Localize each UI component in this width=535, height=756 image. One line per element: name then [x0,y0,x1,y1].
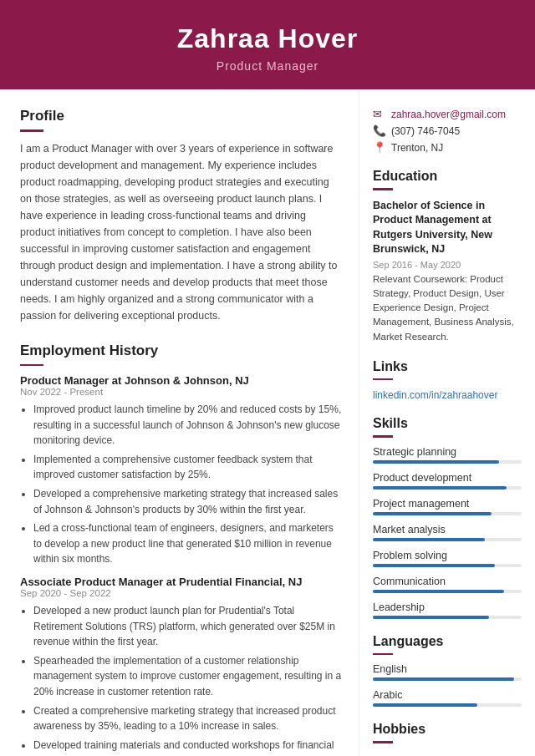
left-column: Profile I am a Product Manager with over… [0,89,359,756]
skill-name-0: Strategic planning [373,446,522,458]
job-1-bullet-3: Developed a comprehensive marketing stra… [33,486,342,517]
skill-bar-bg-0 [373,460,522,464]
job-1: Product Manager at Johnson & Johnson, NJ… [20,374,342,567]
lang-name-0: English [373,663,522,675]
job-1-bullet-1: Improved product launch timeline by 20% … [33,402,342,449]
profile-title: Profile [20,108,342,124]
skill-name-3: Market analysis [373,524,522,535]
job-1-title: Product Manager at Johnson & Johnson, NJ [20,374,342,387]
right-column: ✉ zahraa.hover@gmail.com 📞 (307) 746-704… [359,89,535,756]
skill-bar-fill-6 [373,616,489,619]
job-1-bullets: Improved product launch timeline by 20% … [33,402,342,567]
skill-item-0: Strategic planning [373,446,522,464]
hobbies-section: Hobbies [373,722,522,743]
skill-item-2: Project management [373,498,522,515]
skills-list: Strategic planning Product development P… [373,446,522,619]
edu-degree: Bachelor of Science in Product Managemen… [373,199,522,257]
links-title: Links [373,359,522,374]
education-title: Education [373,169,522,184]
skill-item-1: Product development [373,472,522,490]
hobbies-title: Hobbies [373,722,522,737]
job-2-bullets: Developed a new product launch plan for … [33,603,342,756]
skill-name-2: Project management [373,498,522,510]
languages-title: Languages [373,634,522,649]
links-divider [373,378,393,381]
skill-name-6: Leadership [373,601,522,613]
education-divider [373,188,393,190]
lang-name-1: Arabic [373,689,522,701]
lang-bar-bg-1 [373,703,522,707]
lang-bar-fill-1 [373,703,477,707]
skill-name-1: Product development [373,472,522,484]
job-2-bullet-3: Created a comprehensive marketing strate… [33,703,342,734]
employment-title: Employment History [20,342,342,359]
lang-item-0: English [373,663,522,681]
skill-item-5: Communication [373,576,522,593]
email-icon: ✉ [373,108,386,120]
links-section: Links linkedin.com/in/zahraahover [373,359,522,402]
linkedin-link[interactable]: linkedin.com/in/zahraahover [373,389,497,401]
skills-section: Skills Strategic planning Product develo… [373,416,522,619]
lang-item-1: Arabic [373,689,522,707]
job-2: Associate Product Manager at Prudential … [20,576,342,756]
resume-container: Zahraa Hover Product Manager Profile I a… [0,0,535,756]
skill-bar-bg-6 [373,616,522,619]
skill-item-4: Problem solving [373,550,522,567]
skill-bar-bg-1 [373,486,522,490]
candidate-name: Zahraa Hover [17,23,518,54]
lang-bar-fill-0 [373,677,514,681]
skill-name-5: Communication [373,576,522,587]
contact-location: 📍 Trenton, NJ [373,141,522,154]
location-icon: 📍 [373,141,386,154]
profile-divider [20,129,43,132]
hobbies-divider [373,741,393,743]
education-section: Education Bachelor of Science in Product… [373,169,522,344]
profile-text: I am a Product Manager with over 3 years… [20,140,342,324]
job-2-bullet-2: Spearheaded the implementation of a cust… [33,653,342,700]
skill-bar-bg-3 [373,538,522,541]
contact-section: ✉ zahraa.hover@gmail.com 📞 (307) 746-704… [373,108,522,154]
languages-list: English Arabic [373,663,522,707]
employment-section: Employment History Product Manager at Jo… [20,342,342,757]
candidate-title: Product Manager [17,59,518,73]
job-1-bullet-4: Led a cross-functional team of engineers… [33,520,342,567]
location-text: Trenton, NJ [391,142,443,154]
skill-item-6: Leadership [373,601,522,619]
skill-bar-bg-2 [373,512,522,515]
resume-body: Profile I am a Product Manager with over… [0,89,535,756]
job-2-bullet-1: Developed a new product launch plan for … [33,603,342,650]
lang-bar-bg-0 [373,677,522,681]
skill-item-3: Market analysis [373,524,522,541]
skill-bar-fill-2 [373,512,492,515]
skill-bar-bg-5 [373,590,522,593]
resume-header: Zahraa Hover Product Manager [0,0,535,89]
skills-title: Skills [373,416,522,431]
skill-bar-fill-4 [373,564,495,567]
skill-bar-fill-5 [373,590,504,593]
job-2-bullet-4: Developed training materials and conduct… [33,738,342,756]
skill-bar-fill-3 [373,538,485,541]
contact-phone: 📞 (307) 746-7045 [373,124,522,137]
skills-divider [373,435,393,438]
skill-bar-bg-4 [373,564,522,567]
skill-bar-fill-0 [373,460,499,464]
job-2-date: Sep 2020 - Sep 2022 [20,588,342,598]
contact-email: ✉ zahraa.hover@gmail.com [373,108,522,120]
languages-divider [373,653,393,656]
email-link[interactable]: zahraa.hover@gmail.com [391,109,506,120]
job-2-title: Associate Product Manager at Prudential … [20,576,342,588]
profile-section: Profile I am a Product Manager with over… [20,108,342,324]
languages-section: Languages English Arabic [373,634,522,708]
edu-desc: Relevant Coursework: Product Strategy, P… [373,272,522,344]
skill-bar-fill-1 [373,486,507,490]
edu-date: Sep 2016 - May 2020 [373,260,522,270]
skill-name-4: Problem solving [373,550,522,561]
phone-text: (307) 746-7045 [391,125,460,137]
employment-divider [20,364,43,367]
job-1-bullet-2: Implemented a comprehensive customer fee… [33,452,342,483]
job-1-date: Nov 2022 - Present [20,387,342,397]
phone-icon: 📞 [373,124,386,137]
